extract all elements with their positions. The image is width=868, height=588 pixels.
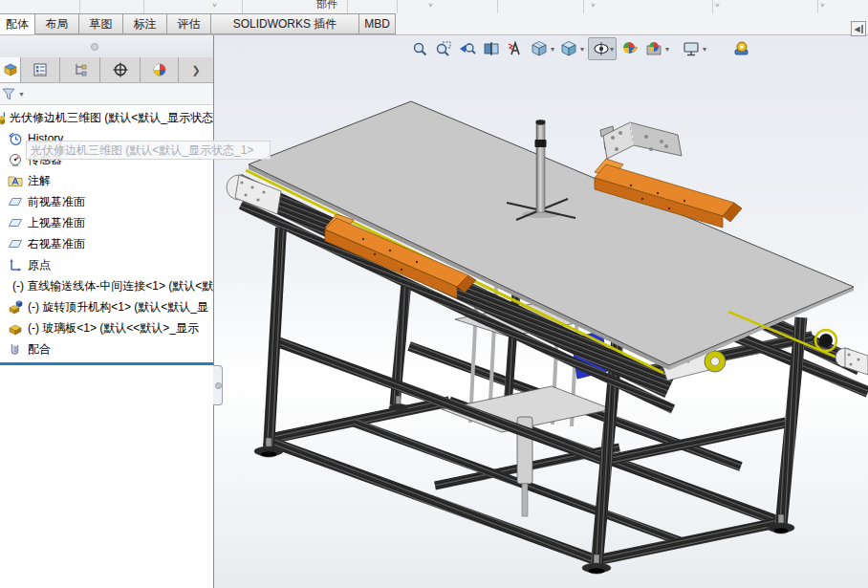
dropdown-caret-icon[interactable]: ˅ xyxy=(820,1,825,10)
tab-markup[interactable]: 标注 xyxy=(122,13,167,34)
plane-icon xyxy=(8,236,23,251)
tab-label: MBD xyxy=(364,17,390,31)
zoom-to-area-icon[interactable] xyxy=(433,38,454,59)
panel-tabs-overflow[interactable]: ❯ xyxy=(179,57,213,82)
tab-evaluate[interactable]: 评估 xyxy=(166,13,211,34)
dimxpertmanager-icon xyxy=(113,62,128,77)
taskpane-collapse-button[interactable]: ◀ xyxy=(851,21,866,36)
display-style-icon[interactable] xyxy=(558,38,579,59)
tab-solidworks-addins[interactable]: SOLIDWORKS 插件 xyxy=(210,13,359,34)
sensors-icon xyxy=(8,152,23,167)
dropdown-caret-icon[interactable]: ▾ xyxy=(610,45,614,54)
collapse-arrow-icon: ◀ xyxy=(854,25,859,33)
tree-item-label: (-) 直线输送线体-中间连接<1> (默认<默认_显示状态 xyxy=(12,278,213,294)
previous-view-icon[interactable] xyxy=(457,38,478,59)
tree-item-label: 前视基准面 xyxy=(28,194,85,210)
dropdown-caret-icon[interactable]: ▾ xyxy=(703,45,706,54)
tab-dimxpertmanager[interactable] xyxy=(100,57,141,82)
graphics-viewport[interactable] xyxy=(213,34,868,588)
panel-splitter-top[interactable] xyxy=(0,34,213,57)
tree-item-top-plane[interactable]: 上视基准面 xyxy=(0,212,213,233)
propertymanager-icon xyxy=(33,62,48,77)
dropdown-caret-icon[interactable]: ▼ xyxy=(18,91,25,98)
tree-item-label: (-) 玻璃板<1> (默认<<默认>_显示 xyxy=(28,320,199,337)
tree-item-label: 配合 xyxy=(28,341,51,358)
toolbar-separator xyxy=(397,0,398,13)
tree-item-label: 上视基准面 xyxy=(28,215,85,231)
assembly-icon xyxy=(0,110,5,125)
panel-tabbar: ❯ xyxy=(0,57,213,83)
tree-item-front-plane[interactable]: 前视基准面 xyxy=(0,191,213,212)
featuremanager-panel: ❯ ▼ 光伏修边机三维图 (默认<默认_显示状态 History 传感器 注解 … xyxy=(0,34,214,588)
commandmanager-tabbar: 配体 布局 草图 标注 评估 SOLIDWORKS 插件 MBD xyxy=(0,13,868,35)
chevron-right-icon: ❯ xyxy=(191,64,200,76)
tab-sketch[interactable]: 草图 xyxy=(78,13,123,34)
component-icon xyxy=(8,320,23,336)
filter-funnel-icon xyxy=(2,87,16,101)
toolbar-separator xyxy=(583,0,584,13)
splitter-dot-icon xyxy=(215,382,222,389)
toolbar-separator xyxy=(79,0,80,13)
dropdown-caret-icon[interactable]: ˅ xyxy=(591,1,596,10)
panel-empty-area xyxy=(0,365,213,588)
tree-item-component-conveyor[interactable]: (-) 直线输送线体-中间连接<1> (默认<默认_显示状态 xyxy=(0,275,213,296)
tree-item-annotations[interactable]: 注解 xyxy=(0,170,213,191)
tree-item-right-plane[interactable]: 右视基准面 xyxy=(0,233,213,254)
dropdown-caret-icon[interactable]: ˅ xyxy=(212,1,217,10)
origin-icon xyxy=(8,257,23,272)
configurationmanager-icon xyxy=(73,62,88,77)
tab-configurationmanager[interactable] xyxy=(60,57,100,82)
tree-item-label: 注解 xyxy=(28,173,51,189)
tree-item-label: 原点 xyxy=(28,257,51,273)
dropdown-caret-icon[interactable]: ˅ xyxy=(428,1,433,10)
view-orientation-icon[interactable] xyxy=(529,38,550,59)
tab-featuremanager[interactable] xyxy=(0,57,21,82)
toolbar-separator xyxy=(712,0,713,13)
splitter-grip-icon xyxy=(91,43,98,51)
tab-mbd[interactable]: MBD xyxy=(358,13,396,34)
tab-layout[interactable]: 布局 xyxy=(34,13,79,34)
partial-button-label: 部件 xyxy=(316,0,337,11)
tree-item-assembly-root[interactable]: 光伏修边机三维图 (默认<默认_显示状态 xyxy=(0,107,213,128)
tree-item-mates[interactable]: 配合 xyxy=(0,338,213,359)
tree-item-component-lift[interactable]: (-) 旋转顶升机构<1> (默认<默认_显 xyxy=(0,296,213,317)
section-view-icon[interactable] xyxy=(481,38,502,59)
toolbar-separator xyxy=(143,0,144,13)
apply-scene-icon[interactable] xyxy=(643,38,664,59)
collapse-bar-icon xyxy=(861,25,863,33)
plane-icon xyxy=(8,194,23,209)
tab-label: 布局 xyxy=(46,17,69,31)
toolbar-separator xyxy=(242,0,243,13)
dropdown-caret-icon[interactable]: ▾ xyxy=(551,45,554,54)
tree-item-origin[interactable]: 原点 xyxy=(0,254,213,275)
dropdown-caret-icon[interactable]: ˅ xyxy=(715,1,720,10)
l-bracket[interactable] xyxy=(600,122,682,159)
dynamic-annotation-views-icon[interactable] xyxy=(505,38,526,59)
tab-displaymanager[interactable] xyxy=(141,57,179,82)
tree-item-label: 右视基准面 xyxy=(28,236,85,252)
tab-assembly[interactable]: 配体 xyxy=(0,13,35,34)
tree-filter-row[interactable]: ▼ xyxy=(0,83,213,105)
toolbar-separator xyxy=(347,0,348,13)
mates-paperclip-icon xyxy=(8,341,23,357)
panel-splitter-handle[interactable] xyxy=(213,365,223,405)
headsup-view-toolbar: ▾ ▾ ▾ ▾ ▾ xyxy=(409,36,755,61)
tab-label: 配体 xyxy=(6,17,29,31)
annotations-folder-icon xyxy=(8,173,23,188)
tree-item-component-glass[interactable]: (-) 玻璃板<1> (默认<<默认>_显示 xyxy=(0,317,213,338)
tree-item-label: 光伏修边机三维图 (默认<默认_显示状态 xyxy=(10,110,213,126)
dropdown-caret-icon[interactable]: ▾ xyxy=(580,45,584,54)
edit-appearance-icon[interactable] xyxy=(619,38,640,59)
zoom-to-fit-icon[interactable] xyxy=(409,38,430,59)
measure-icon[interactable] xyxy=(731,38,752,59)
model-scene xyxy=(213,34,868,588)
hide-show-items-icon[interactable] xyxy=(591,38,612,59)
tab-propertymanager[interactable] xyxy=(21,57,60,82)
commandmanager-clipped-strip: 部件 ˅ ˅ ˅ ˅ ˅ xyxy=(0,0,868,13)
view-settings-icon[interactable] xyxy=(681,38,702,59)
displaymanager-icon xyxy=(152,62,167,77)
plane-icon xyxy=(8,215,23,230)
tree-item-label: (-) 旋转顶升机构<1> (默认<默认_显 xyxy=(28,299,208,316)
dropdown-caret-icon[interactable]: ▾ xyxy=(665,45,669,54)
featuremanager-cube-icon xyxy=(3,62,18,77)
